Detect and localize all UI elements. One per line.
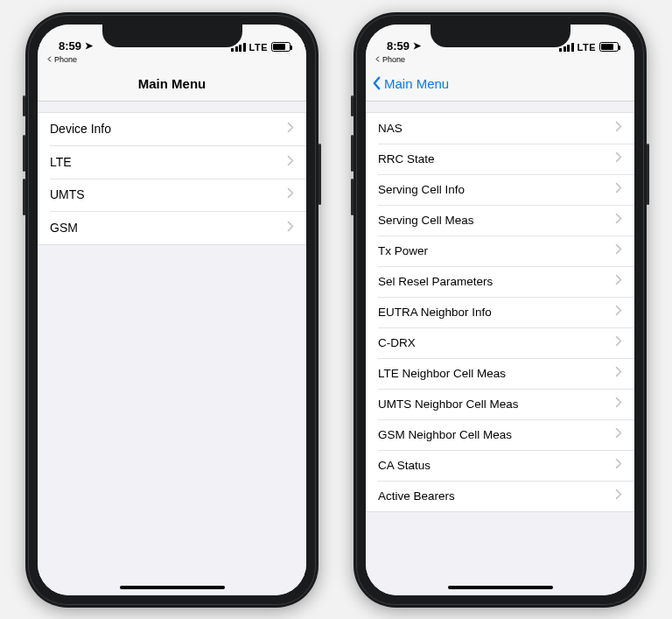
battery-icon [271, 42, 290, 52]
chevron-right-icon [287, 155, 294, 169]
chevron-right-icon [615, 151, 622, 165]
mute-switch [351, 95, 354, 116]
chevron-right-icon [615, 243, 622, 257]
chevron-left-icon [371, 75, 382, 91]
battery-icon [599, 42, 619, 52]
content-area[interactable]: Device Info LTE UMTS GSM [38, 102, 306, 595]
menu-item-umts[interactable]: UMTS [38, 179, 306, 212]
content-area[interactable]: NAS RRC State Serving Cell Info Serving … [366, 102, 634, 595]
chevron-right-icon [615, 274, 622, 288]
volume-up [23, 135, 25, 172]
menu-item-label: UMTS [50, 187, 85, 201]
network-label: LTE [578, 42, 596, 53]
nav-bar: Main Menu [366, 67, 634, 102]
menu-item-label: Sel Resel Parameters [378, 275, 493, 288]
menu-item-label: RRC State [378, 152, 435, 165]
menu-item-label: C-DRX [378, 336, 416, 349]
status-time: 8:59 [59, 39, 81, 53]
location-icon: ➤ [413, 40, 421, 52]
chevron-right-icon [287, 187, 294, 201]
menu-item-label: Tx Power [378, 244, 428, 257]
volume-up [351, 135, 354, 172]
menu-item-umts-neighbor-cell-meas[interactable]: UMTS Neighbor Cell Meas [366, 389, 634, 419]
power-button [647, 144, 649, 205]
menu-item-lte[interactable]: LTE [38, 145, 306, 179]
chevron-right-icon [615, 213, 622, 227]
menu-item-active-bearers[interactable]: Active Bearers [366, 481, 634, 511]
back-to-app[interactable]: Phone [38, 53, 306, 67]
menu-item-label: NAS [378, 122, 402, 135]
menu-item-tx-power[interactable]: Tx Power [366, 236, 634, 266]
chevron-right-icon [615, 335, 622, 349]
menu-item-sel-resel-parameters[interactable]: Sel Resel Parameters [366, 266, 634, 297]
network-label: LTE [249, 42, 268, 53]
nav-bar: Main Menu [38, 67, 306, 102]
menu-item-c-drx[interactable]: C-DRX [366, 327, 634, 358]
menu-item-label: Device Info [50, 122, 111, 136]
menu-item-label: CA Status [378, 459, 430, 472]
status-time: 8:59 [387, 39, 410, 53]
menu-item-label: GSM Neighbor Cell Meas [378, 428, 512, 441]
chevron-right-icon [615, 366, 622, 380]
chevron-right-icon [615, 427, 622, 441]
menu-item-device-info[interactable]: Device Info [38, 113, 306, 146]
home-indicator[interactable] [120, 586, 225, 589]
menu-item-lte-neighbor-cell-meas[interactable]: LTE Neighbor Cell Meas [366, 358, 634, 389]
menu-item-serving-cell-meas[interactable]: Serving Cell Meas [366, 205, 634, 236]
iphone-frame-right: 8:59 ➤ LTE Phone Main Menu NAS RRC State [354, 12, 647, 608]
menu-item-eutra-neighbor-info[interactable]: EUTRA Neighbor Info [366, 297, 634, 327]
volume-down [351, 179, 354, 215]
chevron-right-icon [287, 221, 294, 235]
chevron-right-icon [615, 121, 622, 135]
menu-item-rrc-state[interactable]: RRC State [366, 144, 634, 174]
back-to-app[interactable]: Phone [366, 53, 634, 67]
menu-list: Device Info LTE UMTS GSM [38, 112, 306, 245]
menu-item-label: LTE [50, 155, 72, 169]
chevron-right-icon [287, 122, 294, 136]
screen-left: 8:59 ➤ LTE Phone Main Menu Device Info [38, 25, 306, 595]
menu-item-gsm-neighbor-cell-meas[interactable]: GSM Neighbor Cell Meas [366, 419, 634, 450]
back-to-app-label: Phone [382, 55, 405, 64]
menu-item-label: Serving Cell Meas [378, 214, 474, 227]
menu-item-nas[interactable]: NAS [366, 113, 634, 144]
chevron-left-icon [374, 56, 381, 62]
location-icon: ➤ [85, 40, 93, 52]
menu-item-label: Active Bearers [378, 489, 455, 503]
chevron-left-icon [46, 56, 52, 62]
notch [102, 25, 242, 47]
menu-item-label: LTE Neighbor Cell Meas [378, 367, 506, 380]
mute-switch [23, 95, 25, 116]
nav-back-button[interactable]: Main Menu [371, 67, 449, 101]
chevron-right-icon [615, 305, 622, 319]
power-button [318, 144, 321, 205]
chevron-right-icon [615, 397, 622, 411]
notch [430, 25, 570, 47]
page-title: Main Menu [138, 76, 206, 91]
home-indicator[interactable] [448, 586, 553, 589]
menu-list: NAS RRC State Serving Cell Info Serving … [366, 112, 634, 512]
menu-item-label: Serving Cell Info [378, 183, 465, 196]
chevron-right-icon [615, 489, 622, 503]
iphone-frame-left: 8:59 ➤ LTE Phone Main Menu Device Info [25, 12, 318, 608]
menu-item-label: GSM [50, 221, 78, 235]
back-to-app-label: Phone [54, 55, 77, 64]
chevron-right-icon [615, 458, 622, 472]
screen-right: 8:59 ➤ LTE Phone Main Menu NAS RRC State [366, 25, 634, 595]
menu-item-gsm[interactable]: GSM [38, 211, 306, 244]
menu-item-serving-cell-info[interactable]: Serving Cell Info [366, 174, 634, 205]
menu-item-ca-status[interactable]: CA Status [366, 450, 634, 481]
menu-item-label: UMTS Neighbor Cell Meas [378, 397, 519, 411]
chevron-right-icon [615, 182, 622, 196]
volume-down [23, 179, 25, 215]
nav-back-label: Main Menu [384, 76, 449, 91]
menu-item-label: EUTRA Neighbor Info [378, 306, 492, 319]
